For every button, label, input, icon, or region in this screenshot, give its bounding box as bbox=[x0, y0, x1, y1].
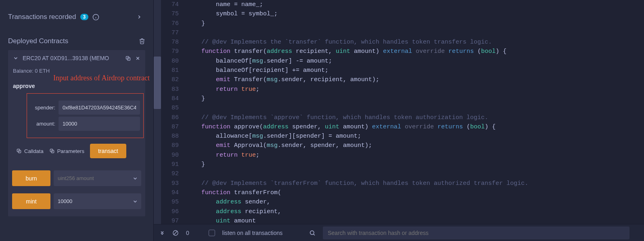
svg-line-12 bbox=[174, 231, 177, 235]
scrollbar-thumb[interactable] bbox=[154, 57, 161, 109]
listen-label: listen on all transactions bbox=[222, 230, 282, 236]
pending-count: 0 bbox=[186, 230, 189, 236]
svg-point-13 bbox=[310, 231, 314, 234]
terminal-bar: 0 listen on all transactions bbox=[154, 224, 644, 241]
chevron-right-icon[interactable] bbox=[136, 14, 142, 20]
editor-vertical-scrollbar[interactable] bbox=[154, 0, 161, 224]
burn-button[interactable]: burn bbox=[12, 170, 50, 186]
svg-line-14 bbox=[314, 234, 315, 235]
burn-input[interactable] bbox=[58, 170, 132, 186]
calldata-button[interactable]: Calldata bbox=[16, 148, 44, 154]
transactions-header[interactable]: Transactions recorded 3 bbox=[8, 4, 145, 27]
search-icon[interactable] bbox=[309, 230, 316, 236]
contract-balance: Balance: 0 ETH bbox=[12, 65, 141, 80]
deployed-contracts-header: Deployed Contracts bbox=[8, 27, 145, 50]
approve-label: approve bbox=[12, 83, 141, 93]
code-editor[interactable]: 7475767778798081828384858687888990919293… bbox=[154, 0, 644, 241]
mint-function-row: mint bbox=[12, 193, 141, 209]
chevron-down-icon[interactable] bbox=[13, 55, 19, 61]
amount-label: amount: bbox=[30, 121, 55, 127]
spender-label: spender: bbox=[30, 105, 55, 111]
code-content[interactable]: name = name_; symbol = symbol_; } // @de… bbox=[184, 0, 644, 224]
parameters-button[interactable]: Parameters bbox=[49, 148, 84, 154]
spender-input[interactable] bbox=[59, 101, 140, 115]
expand-mint-icon[interactable] bbox=[132, 199, 138, 204]
approve-inputs-highlight: spender: amount: bbox=[27, 93, 144, 138]
ban-icon[interactable] bbox=[172, 230, 179, 236]
approve-function-panel: approve spender: amount: Calldata bbox=[12, 83, 141, 158]
collapse-icon[interactable] bbox=[159, 230, 165, 236]
info-icon[interactable] bbox=[92, 14, 99, 21]
tx-search-input[interactable] bbox=[323, 226, 629, 239]
calldata-label: Calldata bbox=[24, 148, 44, 154]
mint-input[interactable] bbox=[58, 193, 132, 209]
transactions-count-badge: 3 bbox=[80, 14, 89, 20]
sidebar: Transactions recorded 3 Deployed Contrac… bbox=[0, 0, 153, 241]
close-icon[interactable] bbox=[135, 56, 140, 61]
line-gutter: 7475767778798081828384858687888990919293… bbox=[161, 0, 184, 224]
copy-icon[interactable] bbox=[125, 55, 131, 61]
listen-checkbox[interactable] bbox=[209, 230, 215, 236]
trash-icon[interactable] bbox=[139, 38, 145, 44]
transact-button[interactable]: transact bbox=[90, 144, 126, 158]
parameters-label: Parameters bbox=[57, 148, 84, 154]
amount-input[interactable] bbox=[59, 117, 140, 131]
transactions-label: Transactions recorded bbox=[8, 13, 76, 21]
contract-title: ERC20 AT 0XD91...39138 (MEMO bbox=[23, 55, 121, 61]
expand-burn-icon[interactable] bbox=[132, 176, 138, 181]
burn-function-row: burn bbox=[12, 170, 141, 186]
deployed-label: Deployed Contracts bbox=[8, 37, 68, 45]
contract-instance-card: ERC20 AT 0XD91...39138 (MEMO Balance: 0 … bbox=[8, 50, 145, 216]
mint-button[interactable]: mint bbox=[12, 193, 50, 209]
